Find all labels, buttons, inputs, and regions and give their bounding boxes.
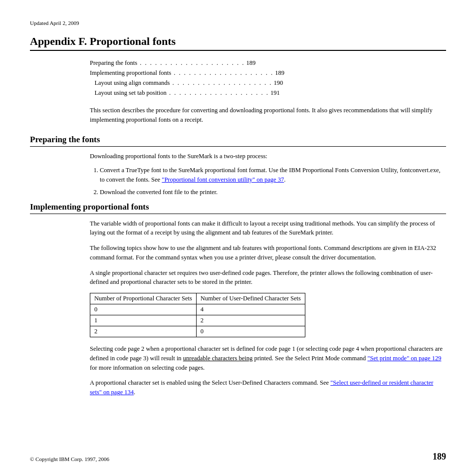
step1-text-after: . (284, 176, 285, 183)
para4-after: for more information on selecting code p… (90, 364, 205, 371)
section2-para1: The variable width of proportional fonts… (90, 219, 446, 238)
table-header-row: Number of Proportional Character Sets Nu… (90, 293, 305, 304)
step1-link[interactable]: "Proportional font conversion utility" o… (162, 176, 284, 183)
toc-page-2: 189 (273, 68, 284, 78)
page: Updated April 2, 2009 Appendix F. Propor… (0, 0, 476, 476)
table-header-proportional: Number of Proportional Character Sets (90, 293, 197, 304)
toc-label-4: Layout using set tab position (90, 88, 167, 98)
table-cell-prop-0: 0 (90, 304, 197, 315)
toc-page-4: 191 (269, 88, 280, 98)
table-cell-prop-1: 1 (90, 315, 197, 326)
character-sets-table: Number of Proportional Character Sets Nu… (90, 293, 305, 337)
toc-entry-3: Layout using align commands . . . . . . … (90, 78, 446, 88)
table-cell-user-2: 2 (196, 315, 305, 326)
section1-title: Preparing the fonts (30, 135, 446, 147)
toc-entry-2: Implementing proportional fonts . . . . … (90, 68, 446, 78)
toc-page-3: 190 (272, 78, 283, 88)
footer-page-number: 189 (433, 452, 446, 462)
toc-page-1: 189 (244, 58, 255, 68)
toc-entry-4: Layout using set tab position . . . . . … (90, 88, 446, 98)
table-cell-prop-2: 2 (90, 326, 197, 337)
table-row: 0 4 (90, 304, 305, 315)
step-2: Download the converted font file to the … (100, 188, 446, 197)
toc-label-2: Implementing proportional fonts (90, 68, 171, 78)
appendix-title: Appendix F. Proportional fonts (30, 35, 446, 51)
table-cell-user-4: 4 (196, 304, 305, 315)
character-sets-table-wrapper: Number of Proportional Character Sets Nu… (90, 293, 446, 337)
section2-para4: Selecting code page 2 when a proportiona… (90, 344, 446, 372)
table-body: 0 4 1 2 2 0 (90, 304, 305, 337)
toc-label-3: Layout using align commands (90, 78, 170, 88)
section2-title: Implementing proportional fonts (30, 202, 446, 214)
section2-para3: A single proportional character set requ… (90, 268, 446, 287)
updated-date: Updated April 2, 2009 (30, 20, 446, 26)
table-row: 2 0 (90, 326, 305, 337)
section1-intro: Downloading proportional fonts to the Su… (90, 152, 446, 161)
toc-entry-1: Preparing the fonts . . . . . . . . . . … (90, 58, 446, 68)
step2-text: Download the converted font file to the … (100, 189, 218, 196)
table-row: 1 2 (90, 315, 305, 326)
footer: © Copyright IBM Corp. 1997, 2006 189 (30, 452, 446, 462)
footer-copyright: © Copyright IBM Corp. 1997, 2006 (30, 456, 109, 462)
toc-section: Preparing the fonts . . . . . . . . . . … (90, 58, 446, 98)
toc-label-1: Preparing the fonts (90, 58, 137, 68)
section2-para2: The following topics show how to use the… (90, 243, 446, 262)
intro-text: This section describes the procedure for… (90, 106, 446, 125)
para4-link[interactable]: "Set print mode" on page 129 (367, 355, 441, 362)
table-cell-user-0: 0 (196, 326, 305, 337)
para5-before: A proportional character set is enabled … (90, 379, 330, 386)
step-1: Convert a TrueType font to the SureMark … (100, 166, 446, 185)
section2-para5: A proportional character set is enabled … (90, 378, 446, 397)
section1-steps: Convert a TrueType font to the SureMark … (100, 166, 446, 197)
table-header-userdefined: Number of User-Defined Character Sets (196, 293, 305, 304)
para5-after: . (134, 389, 135, 396)
